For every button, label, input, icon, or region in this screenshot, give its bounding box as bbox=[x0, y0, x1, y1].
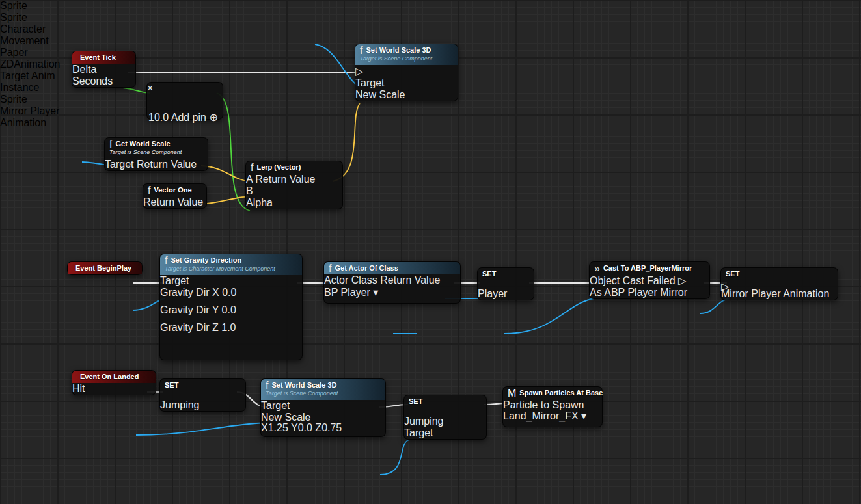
exec-out-pin[interactable]: ▷ bbox=[355, 66, 363, 77]
pin-label-gravity-x: Gravity Dir X bbox=[160, 287, 219, 298]
node-get-actor-of-class[interactable]: f Get Actor Of Class Actor Class Return … bbox=[323, 261, 461, 304]
add-pin-label: Add pin bbox=[171, 112, 206, 123]
pin-label-alpha: Alpha bbox=[246, 197, 273, 208]
node-subtitle: Target is Character Movement Component bbox=[165, 265, 275, 273]
function-icon: f bbox=[266, 381, 268, 390]
pin-label-cast-failed: Cast Failed bbox=[623, 275, 676, 286]
node-title: SET bbox=[482, 270, 496, 278]
function-icon: f bbox=[148, 186, 150, 194]
variable-mirror-player-animation[interactable]: Mirror Player Animation bbox=[0, 105, 80, 129]
node-lerp-vector[interactable]: f Lerp (Vector) A Return Value B Alpha bbox=[245, 161, 343, 209]
variable-label: Paper ZDAnimation bbox=[0, 47, 60, 70]
axis-z-label: Z bbox=[315, 422, 321, 433]
scale-x-input[interactable]: 1.25 bbox=[268, 422, 288, 433]
variable-sprite-left[interactable]: Sprite bbox=[0, 12, 60, 23]
function-icon: f bbox=[360, 46, 362, 55]
pin-label-target: Target bbox=[0, 70, 29, 81]
pin-label-return-value: Return Value bbox=[137, 159, 197, 170]
node-set-player[interactable]: SET Player bbox=[477, 267, 534, 300]
wire-mirroranim-to-target bbox=[380, 440, 409, 475]
chevron-down-icon: ▾ bbox=[373, 287, 378, 298]
variable-paper-zdanimation[interactable]: Paper ZDAnimation bbox=[0, 47, 70, 70]
function-icon: f bbox=[109, 140, 112, 148]
node-event-tick[interactable]: Event Tick Delta Seconds bbox=[72, 51, 136, 88]
wire-asabp-to-setmirror bbox=[700, 298, 729, 313]
pin-label-particle-to-spawn: Particle to Spawn bbox=[503, 399, 584, 410]
actor-class-dropdown[interactable]: BP Player ▾ bbox=[324, 287, 378, 298]
node-get-world-scale[interactable]: f Get World Scale Target is Scene Compon… bbox=[104, 137, 208, 171]
node-set-world-scale-3d-bottom[interactable]: f Set World Scale 3D Target is Scene Com… bbox=[260, 378, 386, 437]
cast-icon: » bbox=[594, 264, 600, 272]
node-title: Get World Scale bbox=[115, 140, 170, 148]
pin-label-return-value: Return Value bbox=[380, 274, 440, 285]
node-title: Spawn Particles At Base bbox=[519, 389, 603, 397]
node-title: Event On Landed bbox=[80, 373, 139, 381]
pin-label-object: Object bbox=[590, 275, 620, 286]
pin-label-target: Target bbox=[404, 427, 433, 438]
multiply-icon: × bbox=[147, 83, 153, 94]
pin-label-target: Target bbox=[355, 77, 384, 88]
node-event-beginplay[interactable]: Event BeginPlay bbox=[67, 261, 143, 275]
variable-sprite-top[interactable]: Sprite bbox=[0, 0, 57, 12]
node-title: SET bbox=[165, 381, 178, 390]
node-cast-to-abp-playermirror[interactable]: » Cast To ABP_PlayerMirror Object Cast F… bbox=[589, 261, 710, 299]
variable-label: Character Movement bbox=[0, 23, 49, 46]
node-title: Set World Scale 3D bbox=[271, 381, 336, 390]
node-set-jumping[interactable]: SET Jumping bbox=[159, 378, 246, 412]
pin-label-target: Target bbox=[160, 275, 189, 286]
node-subtitle: Target is Scene Component bbox=[266, 390, 338, 398]
pin-label-player: Player bbox=[478, 288, 507, 299]
pin-label-jumping: Jumping bbox=[404, 416, 443, 427]
function-icon: f bbox=[165, 256, 167, 265]
variable-sprite-bottom[interactable]: Sprite bbox=[0, 94, 57, 105]
variable-character-movement[interactable]: Character Movement bbox=[0, 23, 79, 47]
node-set-gravity-direction[interactable]: f Set Gravity Direction Target is Charac… bbox=[159, 254, 303, 360]
multiply-value-input[interactable]: 10.0 bbox=[148, 112, 169, 123]
node-title: SET bbox=[726, 270, 739, 278]
node-title: Event Tick bbox=[80, 53, 116, 62]
variable-label: Sprite bbox=[0, 12, 27, 23]
node-subtitle: Target is Scene Component bbox=[109, 148, 182, 157]
dropdown-value: Land_Mirror_FX bbox=[503, 410, 579, 421]
node-set-mirror-player-animation[interactable]: SET ▷ Mirror Player Animation bbox=[720, 267, 838, 300]
wire-getworldscale-to-a bbox=[201, 166, 249, 181]
node-vector-one[interactable]: f Vector One Return Value bbox=[143, 183, 207, 209]
pin-label-return-value: Return Value bbox=[143, 196, 203, 207]
node-title: SET bbox=[409, 397, 422, 406]
pin-label-gravity-y: Gravity Dir Y bbox=[160, 304, 219, 315]
pin-label-target: Target bbox=[105, 159, 133, 170]
function-icon: f bbox=[329, 264, 331, 272]
scale-y-input[interactable]: 0.0 bbox=[298, 422, 312, 433]
node-set-jumping-target[interactable]: SET Jumping Target bbox=[403, 395, 487, 440]
node-title: Cast To ABP_PlayerMirror bbox=[603, 264, 692, 272]
node-title: Get Actor Of Class bbox=[335, 264, 398, 272]
cast-failed-pin[interactable]: ▷ bbox=[678, 275, 686, 286]
pin-label-a: A bbox=[246, 174, 253, 185]
add-pin-icon[interactable]: ⊕ bbox=[209, 112, 217, 123]
node-spawn-particles-at-base[interactable]: M Spawn Particles At Base Particle to Sp… bbox=[502, 386, 603, 427]
pin-label-new-scale: New Scale bbox=[355, 89, 405, 100]
axis-y-label: Y bbox=[291, 422, 298, 433]
variable-label: Sprite bbox=[0, 0, 27, 11]
pin-label-hit: Hit bbox=[72, 383, 85, 394]
node-subtitle: Target is Scene Component bbox=[360, 55, 432, 63]
scale-z-input[interactable]: 0.75 bbox=[321, 422, 342, 433]
node-title: Vector One bbox=[154, 186, 191, 194]
node-title: Set Gravity Direction bbox=[171, 256, 241, 265]
node-title: Set World Scale 3D bbox=[366, 46, 431, 55]
gravity-z-input[interactable]: 1.0 bbox=[221, 322, 236, 333]
node-set-world-scale-3d-top[interactable]: f Set World Scale 3D Target is Scene Com… bbox=[355, 44, 458, 101]
node-title: Event BeginPlay bbox=[75, 264, 131, 272]
particle-dropdown[interactable]: Land_Mirror_FX ▾ bbox=[503, 410, 586, 421]
pin-label-new-scale: New Scale bbox=[261, 412, 310, 423]
wire-sprite-to-target-bottom bbox=[136, 423, 267, 435]
blueprint-graph-canvas[interactable]: Event Tick Delta Seconds × 10.0 Add pin … bbox=[0, 0, 861, 504]
node-multiply[interactable]: × 10.0 Add pin ⊕ bbox=[146, 82, 223, 120]
wire-animinstance-to-object bbox=[504, 298, 594, 334]
axis-x-label: X bbox=[261, 422, 268, 433]
gravity-x-input[interactable]: 0.0 bbox=[222, 287, 236, 298]
pin-label-as-abp-player-mirror: As ABP Player Mirror bbox=[590, 287, 687, 298]
gravity-y-input[interactable]: 0.0 bbox=[222, 304, 236, 315]
node-event-on-landed[interactable]: Event On Landed Hit bbox=[72, 370, 156, 395]
chevron-down-icon: ▾ bbox=[581, 410, 586, 421]
